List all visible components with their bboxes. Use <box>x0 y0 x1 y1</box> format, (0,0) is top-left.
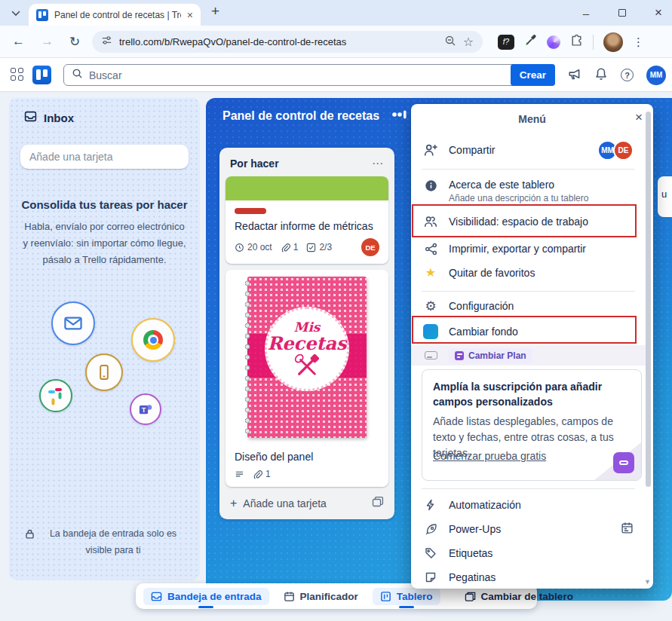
trello-favicon <box>36 9 48 21</box>
menu-close-icon[interactable]: × <box>635 110 643 125</box>
collapse-icon <box>423 351 438 359</box>
menu-item-compartir[interactable]: Compartir MM DE <box>411 137 646 163</box>
create-button[interactable]: Crear <box>511 64 555 86</box>
attachments-badge: 1 <box>253 469 271 479</box>
menu-item-cambiar-plan[interactable]: Cambiar Plan <box>411 345 646 366</box>
rocket-icon <box>423 523 438 536</box>
card-template-icon[interactable] <box>372 496 384 510</box>
menu-item-cambiar-fondo[interactable]: Cambiar fondo <box>411 320 646 344</box>
help-icon[interactable]: ? <box>621 69 634 81</box>
window-minimize-button[interactable]: – <box>569 0 603 26</box>
chrome-bubble-icon <box>131 318 175 362</box>
search-icon <box>72 68 83 82</box>
user-avatar[interactable]: MM <box>646 66 666 85</box>
utensils-icon <box>290 354 324 377</box>
inbox-header: Inbox <box>24 110 74 125</box>
inbox-icon <box>24 110 37 125</box>
bookmark-star-icon[interactable]: ☆ <box>463 35 474 49</box>
back-button[interactable]: ← <box>12 34 25 49</box>
site-info-icon[interactable] <box>101 35 112 49</box>
start-free-trial-link[interactable]: Comenzar prueba gratis <box>433 450 546 462</box>
teams-bubble-icon: T <box>130 393 161 425</box>
card-redactar-informe[interactable]: Redactar informe de métricas 20 oct 1 <box>226 176 388 264</box>
inbox-empty-title: Consolida tus tareas por hacer <box>9 198 200 211</box>
slack-bubble-icon <box>39 379 72 412</box>
list-por-hacer: Por hacer ⋯ Redactar informe de métricas… <box>219 148 394 519</box>
tab-close-icon[interactable]: × <box>187 9 193 21</box>
trello-logo[interactable] <box>32 66 51 84</box>
add-card-button[interactable]: + Añade una tarjeta <box>226 488 388 513</box>
menu-divider <box>422 488 635 489</box>
attachments-badge: 1 <box>281 242 299 252</box>
forward-button[interactable]: → <box>41 34 54 49</box>
browser-titlebar: Panel de control de recetas | Tre × + – … <box>0 0 672 26</box>
list-title[interactable]: Por hacer <box>230 158 372 170</box>
tag-icon <box>423 547 438 559</box>
inbox-add-card-input[interactable] <box>20 145 189 169</box>
reload-button[interactable]: ↻ <box>69 34 80 50</box>
browser-tab[interactable]: Panel de control de recetas | Tre × <box>29 4 201 26</box>
list-menu-icon[interactable]: ⋯ <box>372 157 384 170</box>
active-tab-indicator <box>399 606 414 608</box>
app-header: Crear ? MM <box>0 58 672 92</box>
announcements-icon[interactable] <box>568 67 581 84</box>
menu-title: Menú <box>411 113 653 125</box>
menu-item-acerca[interactable]: Acerca de este tablero Añade una descrip… <box>411 175 646 208</box>
menu-item-powerups[interactable]: Power-Ups <box>411 517 646 541</box>
url-text[interactable]: trello.com/b/RwepaQvO/panel-de-control-d… <box>119 36 437 47</box>
fq-extension-icon[interactable]: f? <box>498 35 514 50</box>
card-diseno-panel[interactable]: Mis Recetas Diseño del <box>226 270 388 487</box>
browser-menu-icon[interactable]: ⋮ <box>633 35 644 49</box>
menu-item-configuracion[interactable]: ⚙ Configuración <box>411 294 646 318</box>
inbox-panel: Inbox Consolida tus tareas por hacer Hab… <box>9 98 200 580</box>
window-maximize-button[interactable] <box>605 0 640 26</box>
tab-tablero[interactable]: Tablero <box>373 588 440 605</box>
email-bubble-icon <box>51 301 95 345</box>
card-label-red[interactable] <box>235 208 266 214</box>
menu-divider <box>422 291 635 292</box>
switch-board-button[interactable]: Cambiar de tablero <box>460 588 578 605</box>
checklist-badge: 2/3 <box>306 242 332 252</box>
address-bar[interactable]: trello.com/b/RwepaQvO/panel-de-control-d… <box>92 31 483 53</box>
recipe-notebook-image: Mis Recetas <box>247 277 367 438</box>
app-switcher-icon[interactable] <box>11 68 24 81</box>
search-box[interactable] <box>63 64 525 86</box>
gear-icon: ⚙ <box>423 300 438 313</box>
inbox-privacy-note: La bandeja de entrada solo es visible pa… <box>9 526 200 559</box>
star-icon: ★ <box>423 267 438 279</box>
purple-extension-icon[interactable] <box>547 35 560 49</box>
extension-icons: f? ⋮ <box>498 26 644 58</box>
tab-search-chevron-icon[interactable] <box>6 4 26 23</box>
background-swatch-icon <box>423 324 438 339</box>
sticker-icon <box>423 571 438 583</box>
member-avatar-de[interactable]: DE <box>613 140 634 161</box>
inbox-title: Inbox <box>44 112 74 124</box>
browser-window: Panel de control de recetas | Tre × + – … <box>0 0 672 621</box>
tab-bandeja-de-entrada[interactable]: Bandeja de entrada <box>143 588 269 605</box>
menu-item-imprimir[interactable]: Imprimir, exportar y compartir <box>411 237 646 261</box>
eyedropper-extension-icon[interactable] <box>524 34 537 50</box>
menu-scrollbar[interactable] <box>646 112 651 487</box>
window-close-button[interactable]: × <box>641 0 672 26</box>
menu-item-automatizacion[interactable]: Automatización <box>411 493 646 517</box>
scroll-down-icon[interactable]: ▼ <box>644 578 651 586</box>
menu-item-etiquetas[interactable]: Etiquetas <box>411 541 646 565</box>
lightning-icon <box>423 499 438 511</box>
browser-profile-avatar[interactable] <box>603 32 623 52</box>
new-tab-button[interactable]: + <box>211 3 219 20</box>
card-member-avatar[interactable]: DE <box>361 238 379 256</box>
board-title[interactable]: Panel de control de recetas <box>222 109 379 123</box>
browser-toolbar: ← → ↻ trello.com/b/RwepaQvO/panel-de-con… <box>0 26 672 58</box>
card-cover-image: Mis Recetas <box>226 270 388 445</box>
custom-fields-icon <box>613 452 634 473</box>
search-input[interactable] <box>89 69 517 81</box>
extensions-puzzle-icon[interactable] <box>570 34 583 50</box>
menu-item-visibilidad[interactable]: Visibilidad: espacio de trabajo <box>411 210 646 234</box>
menu-item-quitar-favoritos[interactable]: ★ Quitar de favoritos <box>411 261 646 285</box>
notifications-bell-icon[interactable] <box>594 67 608 84</box>
plan-badge[interactable]: Cambiar Plan <box>449 348 532 363</box>
zoom-out-icon[interactable] <box>444 35 456 50</box>
menu-item-pegatinas[interactable]: Pegatinas <box>411 565 646 589</box>
board-views-icon[interactable] <box>391 109 408 124</box>
tab-planificador[interactable]: Planificador <box>279 588 363 605</box>
